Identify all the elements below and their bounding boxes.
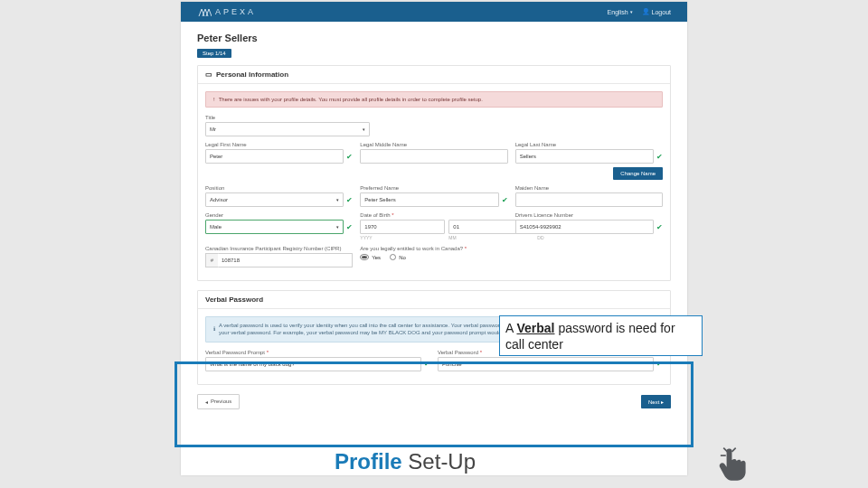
check-icon: ✔ bbox=[656, 223, 663, 231]
language-label: English bbox=[608, 9, 628, 15]
title-label: Title bbox=[205, 115, 370, 120]
app-window: APEXA English ▾ 👤 Logout Peter Sellers S… bbox=[181, 2, 687, 475]
verbal-password-input[interactable] bbox=[438, 357, 654, 371]
svg-line-0 bbox=[723, 448, 727, 452]
check-icon: ✔ bbox=[346, 153, 353, 161]
check-icon: ✔ bbox=[656, 360, 663, 368]
verbal-prompt-input[interactable] bbox=[205, 357, 421, 371]
legal-yes-option[interactable]: Yes bbox=[360, 254, 381, 260]
cipr-prefix: # bbox=[205, 253, 218, 267]
callout-bold: Verbal bbox=[516, 321, 554, 335]
brand-logo: APEXA bbox=[197, 6, 256, 17]
chevron-down-icon: ▾ bbox=[363, 127, 365, 132]
position-select[interactable]: Advisor ▾ bbox=[205, 192, 344, 207]
pointer-cursor-icon bbox=[719, 446, 750, 484]
slide-title: Profile Set-Up bbox=[335, 449, 476, 474]
position-label: Position bbox=[205, 185, 353, 191]
middle-name-input[interactable] bbox=[360, 149, 507, 164]
legal-question-label: Are you legally entitled to work in Cana… bbox=[360, 246, 507, 251]
chevron-down-icon: ▾ bbox=[630, 9, 633, 14]
gender-label: Gender bbox=[205, 212, 353, 218]
personal-info-panel: ▭ Personal Information ! There are issue… bbox=[197, 65, 671, 281]
first-name-label: Legal First Name bbox=[205, 142, 353, 147]
cipr-input[interactable] bbox=[218, 253, 353, 267]
check-icon: ✔ bbox=[346, 196, 353, 204]
chevron-down-icon: ▾ bbox=[336, 224, 339, 230]
title-select[interactable]: Mr ▾ bbox=[205, 122, 370, 136]
gender-select[interactable]: Male ▾ bbox=[205, 220, 344, 234]
dln-label: Drivers Licence Number bbox=[515, 212, 663, 218]
radio-icon bbox=[390, 254, 396, 260]
dob-label: Date of Birth * bbox=[360, 212, 507, 218]
step-badge: Step 1/14 bbox=[197, 49, 231, 58]
person-icon: 👤 bbox=[642, 8, 650, 15]
verbal-header: Verbal Password bbox=[198, 291, 670, 309]
next-button[interactable]: Next ▸ bbox=[641, 395, 671, 408]
footer-row: ◂ Previous Next ▸ bbox=[197, 394, 671, 409]
slide-title-rest: Set-Up bbox=[402, 449, 476, 474]
top-right-links: English ▾ 👤 Logout bbox=[608, 8, 671, 15]
middle-name-label: Legal Middle Name bbox=[360, 142, 507, 147]
last-name-label: Legal Last Name bbox=[515, 142, 663, 147]
arrow-left-icon: ◂ bbox=[205, 399, 208, 405]
cipr-label: Canadian Insurance Participant Registry … bbox=[205, 246, 353, 251]
verbal-callout: A Verbal password is need for call cente… bbox=[499, 315, 703, 356]
first-name-input[interactable] bbox=[205, 149, 344, 164]
radio-icon bbox=[360, 254, 369, 260]
warn-icon: ! bbox=[213, 97, 215, 102]
logout-link[interactable]: 👤 Logout bbox=[642, 8, 671, 15]
chevron-down-icon: ▾ bbox=[336, 197, 339, 202]
maiden-name-label: Maiden Name bbox=[515, 185, 663, 191]
previous-button[interactable]: ◂ Previous bbox=[197, 394, 240, 409]
legal-radio-group: Yes No bbox=[360, 254, 507, 260]
personal-info-header: ▭ Personal Information bbox=[198, 66, 670, 84]
next-label: Next bbox=[648, 399, 659, 405]
personal-info-title: Personal Information bbox=[216, 70, 288, 79]
last-name-input[interactable] bbox=[515, 149, 654, 164]
brand-text: APEXA bbox=[215, 7, 256, 16]
svg-line-1 bbox=[731, 448, 735, 452]
legal-no-option[interactable]: No bbox=[390, 254, 406, 260]
check-icon: ✔ bbox=[424, 360, 430, 368]
card-icon: ▭ bbox=[205, 70, 212, 79]
logout-label: Logout bbox=[652, 9, 671, 15]
maiden-name-input[interactable] bbox=[515, 192, 663, 207]
previous-label: Previous bbox=[211, 399, 231, 404]
change-name-button[interactable]: Change Name bbox=[613, 167, 663, 180]
logo-icon bbox=[197, 6, 212, 17]
verbal-prompt-label: Verbal Password Prompt * bbox=[205, 350, 430, 355]
check-icon: ✔ bbox=[656, 153, 663, 161]
error-text: There are issues with your profile detai… bbox=[219, 97, 483, 102]
top-bar: APEXA English ▾ 👤 Logout bbox=[181, 2, 687, 22]
check-icon: ✔ bbox=[346, 223, 353, 231]
slide-title-bold: Profile bbox=[335, 449, 402, 474]
check-icon: ✔ bbox=[502, 196, 508, 204]
gender-value: Male bbox=[210, 224, 222, 230]
preferred-name-input[interactable] bbox=[360, 192, 498, 207]
language-dropdown[interactable]: English ▾ bbox=[608, 8, 633, 15]
title-value: Mr bbox=[210, 127, 216, 132]
dln-input[interactable] bbox=[515, 220, 654, 234]
arrow-right-icon: ▸ bbox=[661, 399, 664, 405]
info-icon: ℹ bbox=[213, 325, 215, 333]
preferred-name-label: Preferred Name bbox=[360, 185, 507, 191]
position-value: Advisor bbox=[210, 197, 228, 202]
page-title: Peter Sellers bbox=[197, 33, 671, 43]
error-alert: ! There are issues with your profile det… bbox=[205, 91, 663, 108]
dob-year-input[interactable] bbox=[360, 220, 445, 234]
